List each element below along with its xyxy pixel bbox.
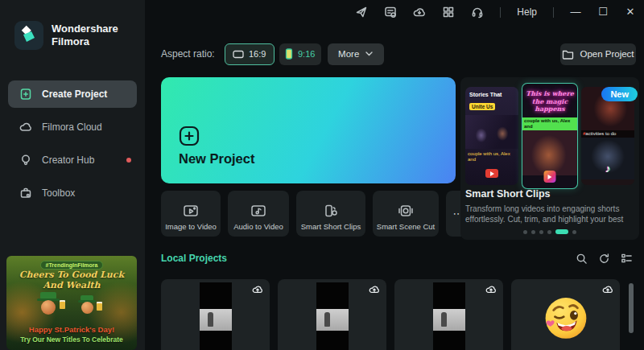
project-card[interactable] [278,279,386,350]
close-button[interactable]: ✕ [625,0,636,24]
support-headset-icon[interactable] [471,6,484,19]
ratio-9-16-text: 9:16 [298,49,315,59]
local-projects-title: Local Projects [161,253,227,264]
cloud-upload-icon[interactable] [369,284,380,294]
thumb-scene: ♪ [581,138,634,179]
search-icon[interactable] [576,253,588,265]
filmora-window: Wondershare Filmora Create Project Filmo… [0,0,644,350]
thumb-caption: couple with us, Alex and [522,117,577,130]
titlebar-divider [500,7,501,18]
audio-to-video-icon [250,204,266,218]
sidebar-item-label: Toolbox [42,187,75,199]
winking-emoji [543,294,589,344]
open-project-button[interactable]: Open Project [560,43,636,65]
new-project-card[interactable]: New Project [161,77,456,183]
apps-grid-icon[interactable] [442,6,455,19]
image-to-video-button[interactable]: Image to Video [161,191,221,237]
quick-action-label: Smart Short Clips [301,222,361,231]
brand-line1: Wondershare [52,23,118,35]
aspect-ratio-label: Aspect ratio: [161,48,215,60]
cloud-download-icon[interactable] [413,6,426,19]
sidebar: Wondershare Filmora Create Project Filmo… [0,0,145,350]
promo-illustration [6,290,137,324]
sidebar-item-creator-hub[interactable]: Creator Hub [8,146,137,174]
new-project-label: New Project [179,151,254,167]
share-icon[interactable] [355,6,368,19]
carousel-thumb-instagram-selected[interactable]: This is where the magic happens couple w… [522,83,578,189]
filmora-logo-icon [14,21,43,50]
ratio-16-9-text: 16:9 [249,49,266,59]
thumb-caption: couple with us, Alex and [465,151,518,163]
vertical-scrollbar[interactable] [629,283,634,333]
carousel-description: Transform long videos into engaging shor… [465,204,634,214]
toolbox-icon [19,187,32,200]
aspect-16-9-button[interactable]: 16:9 [225,43,275,65]
smart-scene-cut-icon [398,204,414,218]
promo-headline: Cheers To Good Luck [6,270,137,281]
promo-headline-2: And Wealth [6,281,137,291]
brand: Wondershare Filmora [0,0,145,50]
sidebar-item-filmora-cloud[interactable]: Filmora Cloud [8,113,137,141]
carousel-dot[interactable] [523,230,527,234]
project-thumbnail [433,282,465,350]
notification-dot [126,158,131,163]
help-button[interactable]: Help [517,6,537,18]
smart-scene-cut-button[interactable]: Smart Scene Cut [373,191,439,237]
cloud-upload-icon[interactable] [252,284,263,294]
portrait-phone-icon [285,48,293,60]
aspect-more-dropdown[interactable]: More [328,43,384,65]
audio-to-video-button[interactable]: Audio to Video [228,191,289,237]
sidebar-item-toolbox[interactable]: Toolbox [8,179,137,207]
folder-icon [562,49,574,60]
carousel-thumb-youtube[interactable]: Stories That Unite Us couple with us, Al… [465,87,518,185]
refresh-icon[interactable] [598,253,610,265]
tiktok-icon: ♪ [605,163,611,175]
promo-banner[interactable]: #TrendingInFilmora Cheers To Good Luck A… [6,256,137,350]
create-project-icon [19,88,32,101]
new-feature-badge: New [601,87,638,101]
promo-line2: Try Our New Titles To Celebrate [6,336,137,344]
chevron-down-icon [365,51,373,56]
quick-action-label: Smart Scene Cut [377,222,435,231]
carousel-title: Smart Short Clips [465,188,551,200]
neon-text: This is where the magic happens [522,84,577,113]
carousel-dot-active[interactable] [555,229,568,234]
cloud-upload-icon[interactable] [602,284,613,294]
thumb-caption: #activities to do [581,130,634,138]
project-thumbnail [200,282,232,350]
project-card[interactable] [161,279,270,350]
cloud-upload-icon[interactable] [485,284,497,294]
maximize-button[interactable]: ☐ [597,0,609,24]
sidebar-item-label: Create Project [42,89,107,100]
list-view-icon[interactable] [621,253,633,265]
carousel-dot[interactable] [547,230,551,234]
carousel-dot[interactable] [531,230,535,234]
local-projects-header: Local Projects [161,250,633,266]
titlebar: Help — ☐ ✕ [145,0,644,24]
project-card[interactable] [394,279,503,350]
quick-action-label: Image to Video [165,222,217,231]
carousel-dot[interactable] [572,230,576,234]
local-projects-tools [576,253,633,265]
thumb-scene [465,115,518,149]
aspect-9-16-button[interactable]: 9:16 [279,43,321,65]
promo-line1: Happy St.Patrick's Day! [6,325,137,334]
minimize-button[interactable]: — [570,0,581,24]
carousel-description: effortlessly. Cut, trim, and highlight y… [465,214,634,224]
quick-action-label: Audio to Video [233,222,283,231]
project-thumbnail [316,282,349,350]
local-projects-list [161,279,620,350]
cloud-icon [19,121,32,134]
open-project-text: Open Project [580,49,634,59]
carousel-thumb-tiktok[interactable]: #activities to do ♪ [581,87,634,185]
thumb-highlight: Unite Us [469,103,495,110]
project-card-emoji[interactable] [511,279,620,350]
smart-short-clips-button[interactable]: Smart Short Clips [296,191,365,237]
smart-short-clips-icon [323,204,339,218]
task-list-icon[interactable] [384,6,397,19]
carousel-dot[interactable] [539,230,543,234]
landscape-icon [233,50,244,59]
sidebar-item-create-project[interactable]: Create Project [8,80,137,108]
quick-actions: Image to Video Audio to Video Smart Shor… [161,191,470,237]
instagram-reels-icon [544,171,556,183]
